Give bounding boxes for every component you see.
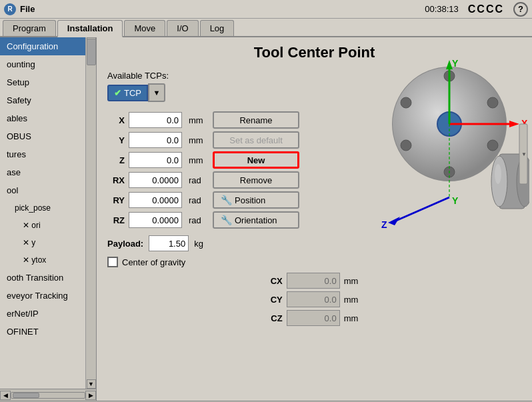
- sidebar-item-modbus[interactable]: OBUS: [0, 127, 85, 145]
- sidebar-scrollthumb[interactable]: [87, 39, 96, 65]
- tab-program[interactable]: Program: [3, 20, 56, 36]
- workspace-label: CCCC: [468, 3, 504, 15]
- app-icon: R: [4, 3, 16, 15]
- field-unit-z: mm: [189, 155, 209, 165]
- field-unit-x: mm: [189, 115, 209, 125]
- field-label-x: X: [107, 115, 125, 125]
- tcp-dropdown-arrow[interactable]: ▼: [148, 83, 165, 102]
- sidebar-item-setup[interactable]: Setup: [0, 73, 85, 91]
- field-input-y[interactable]: [129, 132, 182, 148]
- cog-cz-input: [287, 310, 340, 326]
- svg-point-8: [401, 97, 411, 108]
- field-input-rz[interactable]: [129, 212, 182, 228]
- payload-unit: kg: [194, 239, 203, 249]
- cog-cz-unit: mm: [344, 313, 521, 323]
- cog-cx-label: CX: [107, 276, 283, 286]
- field-unit-ry: rad: [189, 195, 209, 205]
- field-label-ry: RY: [107, 195, 125, 205]
- sidebar-item-base[interactable]: ase: [0, 163, 85, 181]
- time-display: 00:38:13: [425, 4, 459, 14]
- svg-text:▼: ▼: [521, 151, 527, 157]
- svg-point-19: [495, 164, 501, 184]
- sidebar-item-tool[interactable]: ool: [0, 181, 85, 199]
- field-unit-rz: rad: [189, 215, 209, 225]
- sidebar-hscroll-right[interactable]: ▶: [85, 391, 96, 400]
- payload-label: Payload:: [107, 239, 143, 249]
- field-input-ry[interactable]: [129, 192, 182, 208]
- new-button[interactable]: New: [213, 151, 299, 169]
- tab-io[interactable]: I/O: [167, 20, 198, 36]
- sidebar-item-smooth-transition[interactable]: ooth Transition: [0, 269, 85, 287]
- sidebar-item-mounting[interactable]: ounting: [0, 55, 85, 73]
- remove-button[interactable]: Remove: [213, 171, 299, 189]
- sidebar-item-features[interactable]: tures: [0, 145, 85, 163]
- cog-cz-label: CZ: [107, 313, 283, 323]
- sidebar-item-configuration[interactable]: Configuration: [0, 37, 85, 55]
- file-label: File: [20, 4, 35, 14]
- svg-point-4: [487, 97, 498, 108]
- field-input-rx[interactable]: [129, 172, 182, 188]
- svg-point-5: [487, 140, 498, 151]
- tcp-name-label: TCP: [124, 88, 141, 98]
- sidebar-item-y[interactable]: ✕ y: [0, 234, 85, 251]
- svg-text:Y: Y: [452, 195, 459, 206]
- sidebar-scroll-down[interactable]: ▼: [87, 379, 96, 389]
- cog-cy-label: CY: [107, 295, 283, 305]
- title-bar: R File 00:38:13 CCCC ?: [0, 0, 532, 19]
- sidebar-item-profinet[interactable]: OFINET: [0, 323, 85, 341]
- field-input-z[interactable]: [129, 152, 182, 168]
- sidebar-item-ethernip[interactable]: erNet/IP: [0, 305, 85, 323]
- field-label-rx: RX: [107, 175, 125, 185]
- field-unit-y: mm: [189, 135, 209, 145]
- sidebar-item-conveyor-tracking[interactable]: eveyor Tracking: [0, 287, 85, 305]
- orientation-button[interactable]: 🔧 Orientation: [213, 211, 299, 229]
- sidebar-item-safety[interactable]: Safety: [0, 91, 85, 109]
- svg-text:Y: Y: [452, 58, 459, 69]
- orientation-icon: 🔧: [221, 215, 232, 225]
- svg-text:Z: Z: [381, 219, 387, 230]
- content-area: Tool Center Point Available TCPs: ✔ TCP …: [97, 37, 532, 401]
- cog-checkbox[interactable]: [107, 257, 118, 267]
- field-input-x[interactable]: [129, 112, 182, 128]
- field-unit-rx: rad: [189, 175, 209, 185]
- cog-cx-unit: mm: [344, 276, 521, 286]
- rename-button[interactable]: Rename: [213, 111, 299, 129]
- sidebar-item-ori[interactable]: ✕ ori: [0, 217, 85, 234]
- tab-installation[interactable]: Installation: [57, 20, 123, 37]
- tcp-checkmark: ✔: [114, 88, 121, 98]
- tool-diagram-svg: X Y Y Z ▼: [376, 57, 529, 237]
- tab-log[interactable]: Log: [200, 20, 235, 36]
- cog-label: Center of gravity: [122, 257, 185, 267]
- sidebar-item-ytox[interactable]: ✕ ytox: [0, 251, 85, 269]
- field-label-z: Z: [107, 155, 125, 165]
- help-button[interactable]: ?: [513, 2, 528, 17]
- sidebar-item-pick-pose[interactable]: pick_pose: [0, 199, 85, 217]
- svg-point-7: [401, 140, 411, 151]
- position-button[interactable]: 🔧 Position: [213, 191, 299, 209]
- tool-diagram: X Y Y Z ▼: [376, 57, 529, 239]
- cog-fields: CX mm CY mm CZ mm: [107, 273, 521, 326]
- cog-cy-input: [287, 291, 340, 307]
- field-label-y: Y: [107, 135, 125, 145]
- sidebar-item-tables[interactable]: ables: [0, 109, 85, 127]
- sidebar-hscrollthumb[interactable]: [13, 393, 39, 398]
- sidebar-hscroll-left[interactable]: ◀: [0, 391, 11, 400]
- cog-cy-unit: mm: [344, 295, 521, 305]
- sidebar-scroll: Configuration ounting Setup Safety ables…: [0, 37, 85, 341]
- payload-input[interactable]: [149, 235, 189, 251]
- position-icon: 🔧: [221, 195, 232, 205]
- cog-cx-input: [287, 273, 340, 289]
- set-as-default-button[interactable]: Set as default: [213, 131, 299, 149]
- sidebar: Configuration ounting Setup Safety ables…: [0, 37, 97, 401]
- sidebar-scrolltrack: ▲ ▼: [85, 37, 96, 389]
- field-label-rz: RZ: [107, 215, 125, 225]
- tcp-checkbox-button[interactable]: ✔ TCP: [107, 85, 148, 101]
- center-of-gravity-row: Center of gravity: [107, 257, 521, 267]
- tab-move[interactable]: Move: [124, 20, 165, 36]
- tab-bar: Program Installation Move I/O Log: [0, 19, 532, 37]
- main-layout: Configuration ounting Setup Safety ables…: [0, 37, 532, 401]
